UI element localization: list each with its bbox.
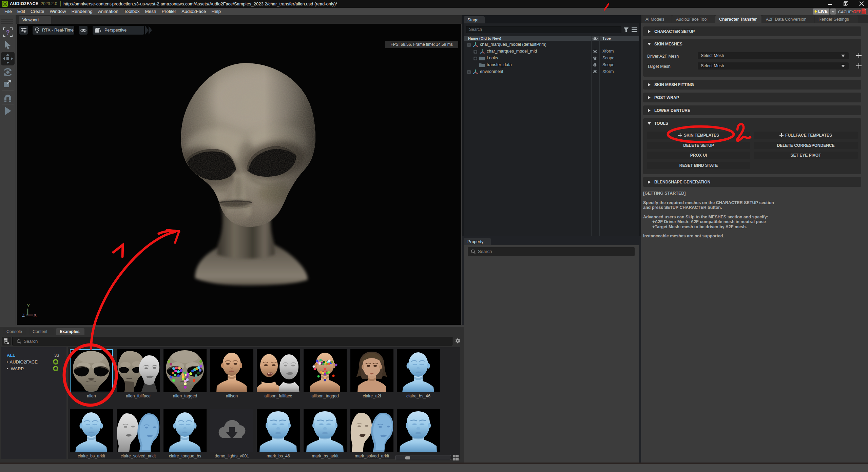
- svg-text:X: X: [34, 313, 37, 318]
- svg-text:Y: Y: [27, 303, 30, 308]
- svg-text:Z: Z: [22, 313, 25, 318]
- svg-text:?: ?: [6, 29, 10, 36]
